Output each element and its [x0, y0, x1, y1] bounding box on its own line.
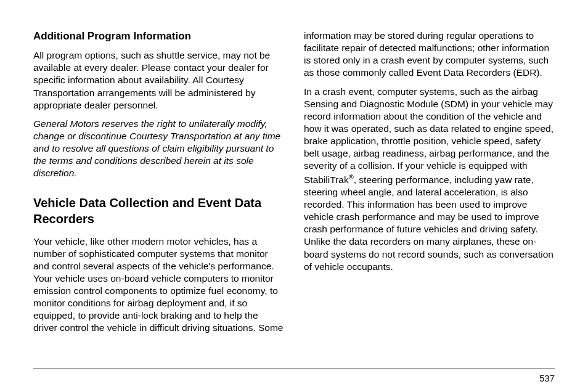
page-number: 537 — [33, 373, 555, 383]
para-crash-event: In a crash event, computer systems, such… — [304, 86, 555, 273]
para-gm-reserves: General Motors reserves the right to uni… — [33, 118, 284, 180]
para-vehicle-intro: Your vehicle, like other modern motor ve… — [33, 235, 284, 335]
page-content: Additional Program Information All progr… — [33, 30, 555, 375]
heading-vehicle-data: Vehicle Data Collection and Event Data R… — [33, 195, 284, 227]
para-info-stored: information may be stored during regular… — [304, 30, 555, 80]
right-column: information may be stored during regular… — [304, 30, 555, 375]
footer-divider — [33, 369, 555, 369]
para-program-options: All program options, such as shuttle ser… — [33, 49, 284, 112]
page-footer: 537 — [33, 369, 555, 383]
left-column: Additional Program Information All progr… — [33, 30, 284, 375]
heading-additional-program: Additional Program Information — [33, 30, 284, 43]
